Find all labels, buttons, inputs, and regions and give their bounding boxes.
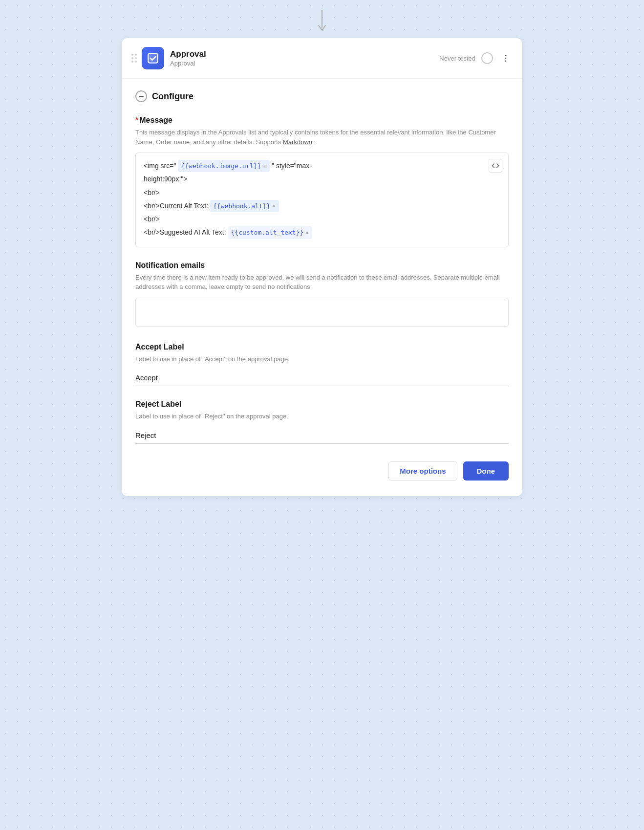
app-title: Approval — [170, 49, 206, 59]
configure-label: Configure — [152, 91, 193, 102]
line1-suffix: " style="max- — [272, 160, 312, 172]
message-description: This message displays in the Approvals l… — [135, 128, 509, 147]
more-options-button[interactable]: More options — [388, 461, 457, 481]
reject-label-label: Reject Label — [135, 400, 509, 409]
notification-emails-input[interactable] — [135, 298, 509, 327]
editor-line-6: <br/>Suggested AI Alt Text: {{custom.alt… — [144, 226, 500, 239]
svg-rect-1 — [148, 53, 158, 63]
status-label: Never tested — [439, 55, 475, 62]
editor-line-2: height:90px;"> — [144, 173, 500, 185]
connector-arrow — [315, 10, 329, 34]
status-toggle[interactable] — [481, 52, 493, 64]
notification-emails-section: Notification emails Every time there is … — [135, 261, 509, 329]
notification-emails-description: Every time there is a new item ready to … — [135, 273, 509, 292]
footer-buttons: More options Done — [135, 461, 509, 481]
token2-remove[interactable]: ✕ — [272, 203, 276, 209]
token1-remove[interactable]: ✕ — [263, 163, 267, 169]
message-editor[interactable]: <img src=" {{webhook.image.url}} ✕ " sty… — [135, 153, 509, 247]
line1-prefix: <img src=" — [144, 160, 176, 172]
collapse-button[interactable] — [135, 90, 147, 102]
token-chip-1[interactable]: {{webhook.image.url}} ✕ — [178, 160, 270, 172]
markdown-link[interactable]: Markdown — [283, 138, 312, 146]
token2-text: {{webhook.alt}} — [213, 200, 270, 212]
drag-handle[interactable] — [131, 54, 137, 63]
minus-icon — [139, 96, 144, 97]
code-editor-button[interactable] — [489, 159, 502, 173]
reject-label-description: Label to use in place of "Reject" on the… — [135, 412, 509, 421]
card-body: Configure * Message This message display… — [122, 79, 522, 496]
token3-remove[interactable]: ✕ — [305, 230, 309, 236]
editor-line-5: <br/> — [144, 213, 500, 225]
accept-label-input[interactable] — [135, 370, 509, 386]
message-field-label: * Message — [135, 116, 509, 125]
svg-point-3 — [505, 58, 507, 59]
line3-text: <br/> — [144, 187, 160, 199]
token1-text: {{webhook.image.url}} — [181, 160, 261, 172]
configure-row: Configure — [135, 90, 509, 102]
editor-line-1: <img src=" {{webhook.image.url}} ✕ " sty… — [144, 160, 500, 172]
required-star: * — [135, 116, 138, 125]
svg-point-2 — [505, 55, 507, 56]
accept-label-label: Accept Label — [135, 343, 509, 351]
app-icon — [142, 47, 164, 69]
svg-point-4 — [505, 61, 507, 62]
line6-prefix: <br/>Suggested AI Alt Text: — [144, 226, 226, 239]
line2-text: height:90px;"> — [144, 173, 187, 185]
accept-label-description: Label to use in place of "Accept" on the… — [135, 354, 509, 364]
line5-text: <br/> — [144, 213, 160, 225]
editor-line-4: <br/>Current Alt Text: {{webhook.alt}} ✕ — [144, 200, 500, 212]
approval-card: Approval Approval Never tested Configure — [122, 38, 522, 496]
app-title-group: Approval Approval — [170, 49, 206, 67]
accept-label-section: Accept Label Label to use in place of "A… — [135, 343, 509, 387]
message-field-section: * Message This message displays in the A… — [135, 116, 509, 247]
notification-emails-label: Notification emails — [135, 261, 509, 270]
reject-label-section: Reject Label Label to use in place of "R… — [135, 400, 509, 444]
line4-prefix: <br/>Current Alt Text: — [144, 200, 208, 212]
header-right: Never tested — [439, 51, 513, 65]
app-subtitle: Approval — [170, 60, 206, 67]
token-chip-3[interactable]: {{custom.alt_text}} ✕ — [228, 226, 312, 239]
token3-text: {{custom.alt_text}} — [231, 227, 304, 238]
reject-label-input[interactable] — [135, 427, 509, 444]
editor-line-3: <br/> — [144, 187, 500, 199]
done-button[interactable]: Done — [463, 461, 509, 481]
token-chip-2[interactable]: {{webhook.alt}} ✕ — [210, 200, 279, 212]
card-header: Approval Approval Never tested — [122, 38, 522, 79]
header-more-button[interactable] — [499, 51, 513, 65]
